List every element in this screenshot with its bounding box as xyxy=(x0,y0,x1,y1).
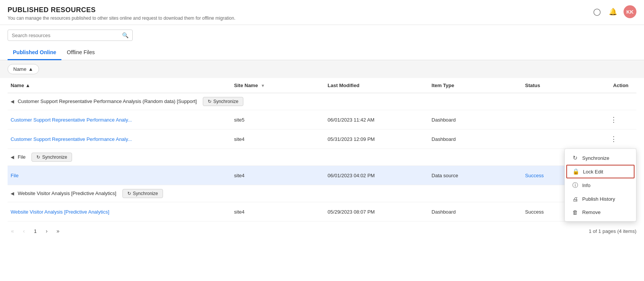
group3-name: Website Visitor Analysis [Predictive Ana… xyxy=(18,190,116,196)
table-row: Customer Support Representative Performa… xyxy=(8,130,636,149)
help-icon[interactable]: ◯ xyxy=(592,6,602,17)
group1-sync-button[interactable]: ↻ Synchronize xyxy=(203,97,243,106)
row3-site: site4 xyxy=(231,166,325,185)
row2-name-link[interactable]: Customer Support Representative Performa… xyxy=(11,136,132,142)
sort-label: Name xyxy=(13,66,27,72)
pagination: « ‹ 1 › » 1 of 1 pages (4 items) xyxy=(0,222,644,240)
expand-icon[interactable]: ◀ xyxy=(11,191,14,196)
col-header-modified[interactable]: Last Modified xyxy=(324,78,428,93)
row4-site: site4 xyxy=(231,202,325,222)
row1-name-link[interactable]: Customer Support Representative Performa… xyxy=(11,117,132,123)
remove-icon: 🗑 xyxy=(572,209,578,215)
row1-type: Dashboard xyxy=(429,110,522,130)
table-row: File site4 06/01/2023 04:02 PM Data sour… xyxy=(8,166,636,185)
tabs-bar: Published Online Offline Files xyxy=(0,45,644,60)
group-row: ◀ Customer Support Representative Perfor… xyxy=(8,93,636,110)
table-row: Website Visitor Analysis [Predictive Ana… xyxy=(8,202,636,222)
first-page-button[interactable]: « xyxy=(8,226,17,236)
table-header-row: Name ▲ Site Name ▼ Last Modified Item Ty… xyxy=(8,78,636,93)
menu-item-synchronize[interactable]: ↻ Synchronize xyxy=(565,151,636,165)
col-header-status: Status xyxy=(522,78,605,93)
page-subtitle: You can manage the resources published t… xyxy=(8,16,636,21)
sort-name-button[interactable]: Name ▲ xyxy=(8,64,39,74)
row2-type: Dashboard xyxy=(429,130,522,149)
lock-icon: 🔒 xyxy=(572,168,579,175)
group3-sync-button[interactable]: ↻ Synchronize xyxy=(122,189,163,198)
filter-bar: Name ▲ xyxy=(0,60,644,78)
search-icon: 🔍 xyxy=(122,32,128,38)
info-icon: ⓘ xyxy=(572,182,578,189)
table-wrap: Name ▲ Site Name ▼ Last Modified Item Ty… xyxy=(0,78,644,222)
resources-table: Name ▲ Site Name ▼ Last Modified Item Ty… xyxy=(8,78,636,222)
site-filter-icon: ▼ xyxy=(261,83,265,88)
row2-status xyxy=(522,130,605,149)
row1-modified: 06/01/2023 11:42 AM xyxy=(324,110,428,130)
group-row: ◀ File ↻ Synchronize xyxy=(8,149,636,166)
table-row: Customer Support Representative Performa… xyxy=(8,110,636,130)
row4-modified: 05/29/2023 08:07 PM xyxy=(324,202,428,222)
menu-item-publish-history[interactable]: 🖨 Publish History xyxy=(565,192,636,206)
page-header: PUBLISHED RESOURCES You can manage the r… xyxy=(0,0,644,25)
header-icons: ◯ 🔔 KK xyxy=(592,5,636,18)
tab-published-online[interactable]: Published Online xyxy=(8,45,61,60)
search-input[interactable] xyxy=(12,33,122,38)
row1-status xyxy=(522,110,605,130)
row4-name-link[interactable]: Website Visitor Analysis [Predictive Ana… xyxy=(11,209,109,215)
prev-page-button[interactable]: ‹ xyxy=(19,226,29,236)
sync-rotate-icon3: ↻ xyxy=(127,191,131,196)
menu-item-remove[interactable]: 🗑 Remove xyxy=(565,206,636,219)
group1-name: Customer Support Representative Performa… xyxy=(18,98,197,104)
col-header-type: Item Type xyxy=(429,78,522,93)
row1-action-menu[interactable]: ⋮ xyxy=(608,114,619,125)
row2-modified: 05/31/2023 12:09 PM xyxy=(324,130,428,149)
tab-offline-files[interactable]: Offline Files xyxy=(61,45,100,60)
name-sort-icon: ▲ xyxy=(25,83,30,88)
sync-rotate-icon2: ↻ xyxy=(36,155,40,160)
row4-type: Dashboard xyxy=(429,202,522,222)
search-bar: 🔍 xyxy=(0,25,644,45)
group2-sync-button[interactable]: ↻ Synchronize xyxy=(31,153,72,162)
col-header-name[interactable]: Name ▲ xyxy=(8,78,231,93)
col-header-site[interactable]: Site Name ▼ xyxy=(231,78,325,93)
menu-item-info[interactable]: ⓘ Info xyxy=(565,178,636,192)
next-page-button[interactable]: › xyxy=(42,226,52,236)
menu-item-lock-edit[interactable]: 🔒 Lock Edit xyxy=(566,165,635,178)
group-row: ◀ Website Visitor Analysis [Predictive A… xyxy=(8,185,636,202)
context-menu: ↻ Synchronize 🔒 Lock Edit ⓘ Info 🖨 Publi… xyxy=(564,148,636,222)
notification-icon[interactable]: 🔔 xyxy=(608,6,618,17)
last-page-button[interactable]: » xyxy=(53,226,63,236)
row3-name-link[interactable]: File xyxy=(11,173,19,178)
publish-history-icon: 🖨 xyxy=(572,196,578,202)
sort-dir-icon: ▲ xyxy=(28,66,33,72)
col-header-action: Action xyxy=(605,78,636,93)
row1-site: site5 xyxy=(231,110,325,130)
avatar[interactable]: KK xyxy=(624,5,636,18)
synchronize-icon: ↻ xyxy=(572,155,578,161)
row3-type: Data source xyxy=(429,166,522,185)
row3-modified: 06/01/2023 04:02 PM xyxy=(324,166,428,185)
sync-rotate-icon: ↻ xyxy=(208,99,212,104)
expand-icon[interactable]: ◀ xyxy=(11,99,14,104)
row2-action-menu[interactable]: ⋮ xyxy=(608,134,619,144)
page-title: PUBLISHED RESOURCES xyxy=(8,6,636,14)
expand-icon[interactable]: ◀ xyxy=(11,155,14,160)
page-info: 1 of 1 pages (4 items) xyxy=(589,228,636,234)
current-page-number: 1 xyxy=(30,226,40,236)
group2-name: File xyxy=(18,154,26,160)
search-input-wrap: 🔍 xyxy=(8,30,133,41)
row2-site: site4 xyxy=(231,130,325,149)
